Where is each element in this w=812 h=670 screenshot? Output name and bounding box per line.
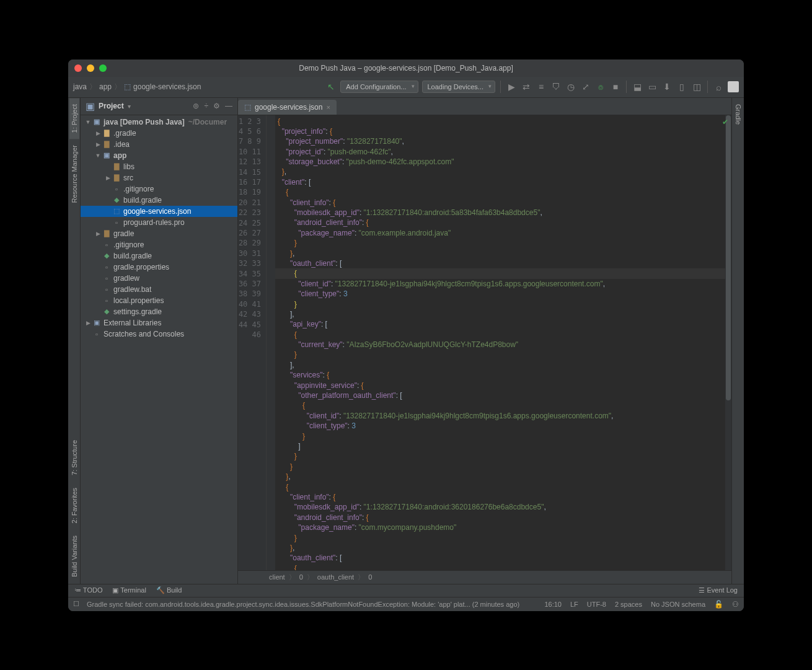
tab-terminal[interactable]: ▣ Terminal <box>112 586 146 594</box>
tab-gradle[interactable]: Gradle <box>733 98 743 131</box>
run-icon[interactable]: ▶ <box>506 81 517 92</box>
tree-node[interactable]: ▫gradlew <box>81 273 237 284</box>
tab-build[interactable]: 🔨 Build <box>156 586 182 594</box>
debug-icon[interactable]: ⌾ <box>595 81 606 92</box>
profile-icon[interactable]: ◷ <box>565 81 576 92</box>
window-controls <box>74 64 107 72</box>
run-config-combo[interactable]: Add Configuration... <box>340 81 418 93</box>
breadcrumb-item[interactable]: app <box>99 82 112 91</box>
window-title: Demo Push Java – google-services.json [D… <box>68 64 744 73</box>
crumb[interactable]: 0 <box>368 573 372 581</box>
close-tab-icon[interactable]: × <box>326 104 330 111</box>
titlebar[interactable]: Demo Push Java – google-services.json [D… <box>68 60 744 77</box>
crumb[interactable]: 0 <box>299 573 303 581</box>
tree-node[interactable]: ▼▣app <box>81 150 237 161</box>
gear-icon[interactable]: ⚙ <box>213 102 220 110</box>
project-tree[interactable]: ▼▣java [Demo Push Java]~/Documer▶▇.gradl… <box>81 115 237 584</box>
layout-icon[interactable]: ◫ <box>691 81 702 92</box>
target-icon[interactable]: ⊚ <box>193 102 199 110</box>
tree-node[interactable]: ◆build.gradle <box>81 195 237 206</box>
tab-event-log[interactable]: ☰ Event Log <box>699 586 738 594</box>
tab-resource-manager[interactable]: Resource Manager <box>69 139 79 209</box>
lock-icon[interactable]: 🔓 <box>714 600 723 609</box>
main-toolbar: java 〉 app 〉 ⬚ google-services.json ↖ Ad… <box>68 77 744 98</box>
avatar[interactable] <box>728 81 739 92</box>
apply-icon[interactable]: ⇄ <box>521 81 532 92</box>
hide-icon[interactable]: — <box>225 102 232 110</box>
tree-node[interactable]: ▫.gitignore <box>81 239 237 250</box>
tab-build-variants[interactable]: Build Variants <box>69 529 79 583</box>
debug-run-icon[interactable]: ≡ <box>536 81 547 92</box>
tree-node[interactable]: ▫.gitignore <box>81 183 237 195</box>
right-tool-strip: Gradle <box>731 98 744 584</box>
close-icon[interactable] <box>74 64 82 72</box>
tree-node[interactable]: ▶▇gradle <box>81 228 237 239</box>
tree-node[interactable]: ◆build.gradle <box>81 250 237 262</box>
tree-node[interactable]: ▫gradle.properties <box>81 262 237 273</box>
status-bar: ☐ Gradle sync failed: com.android.tools.… <box>68 597 744 611</box>
json-icon: ⬚ <box>244 103 251 112</box>
indent-setting[interactable]: 2 spaces <box>615 601 642 608</box>
tree-node[interactable]: ▶▣External Libraries <box>81 317 237 328</box>
project-view-label[interactable]: Project <box>99 102 124 110</box>
bottom-tool-strip: ≔ TODO ▣ Terminal 🔨 Build ☰ Event Log <box>68 584 744 597</box>
search-icon[interactable]: ⌕ <box>713 81 724 92</box>
crumb[interactable]: oauth_client <box>317 573 354 581</box>
tab-favorites[interactable]: 2: Favorites <box>69 482 79 529</box>
man-icon[interactable]: ⚇ <box>732 600 739 609</box>
stop-icon[interactable]: ■ <box>610 81 621 92</box>
chevron-down-icon[interactable]: ▾ <box>128 103 131 110</box>
sync-icon[interactable]: ⬓ <box>632 81 643 92</box>
tree-node[interactable]: ▫local.properties <box>81 295 237 306</box>
breadcrumb-item[interactable]: java <box>73 82 87 91</box>
tab-project[interactable]: 1: Project <box>69 98 79 139</box>
fold-gutter[interactable] <box>267 115 275 570</box>
tree-node[interactable]: ▫Scratches and Consoles <box>81 328 237 340</box>
crumb[interactable]: client <box>269 573 285 581</box>
editor-tab[interactable]: ⬚ google-services.json × <box>238 100 337 115</box>
tab-structure[interactable]: 7: Structure <box>69 434 79 482</box>
scrollbar-track[interactable] <box>725 115 731 570</box>
editor-tabbar: ⬚ google-services.json × <box>238 98 731 115</box>
tree-node[interactable]: ▶▇.idea <box>81 139 237 150</box>
hammer-icon[interactable]: ↖ <box>325 81 337 92</box>
inspection-ok-icon[interactable]: ✔ <box>722 118 728 126</box>
left-tool-strip: 1: Project Resource Manager 7: Structure… <box>68 98 81 584</box>
tree-node[interactable]: ▫gradlew.bat <box>81 284 237 295</box>
minimap[interactable]: ✔ <box>725 115 731 570</box>
cursor-position[interactable]: 16:10 <box>544 601 562 608</box>
tree-node[interactable]: ◆settings.gradle <box>81 306 237 317</box>
zoom-icon[interactable] <box>99 64 107 72</box>
notification-icon[interactable]: ☐ <box>73 600 79 608</box>
folder-icon: ▣ <box>86 100 95 112</box>
sdk-icon[interactable]: ⬇ <box>661 81 673 92</box>
tab-todo[interactable]: ≔ TODO <box>74 586 102 594</box>
device-combo[interactable]: Loading Devices... <box>422 81 496 93</box>
coverage-icon[interactable]: ⛉ <box>550 81 562 92</box>
scrollbar-thumb[interactable] <box>726 115 731 400</box>
json-schema[interactable]: No JSON schema <box>651 601 705 608</box>
tree-node[interactable]: ▶▇.gradle <box>81 128 237 139</box>
attach-icon[interactable]: ⤢ <box>580 81 591 92</box>
breadcrumb-item[interactable]: google-services.json <box>133 82 201 91</box>
editor-area: ⬚ google-services.json × 1 2 3 4 5 6 7 8… <box>238 98 731 584</box>
tree-node[interactable]: ▶▇src <box>81 172 237 183</box>
structure-breadcrumb: client〉 0〉 oauth_client〉 0 <box>238 570 731 584</box>
minimize-icon[interactable] <box>87 64 94 72</box>
tree-node[interactable]: ⬚google-services.json <box>81 206 237 217</box>
tree-node[interactable]: ▼▣java [Demo Push Java]~/Documer <box>81 117 237 128</box>
tree-node[interactable]: ▇libs <box>81 161 237 172</box>
chevron-right-icon: 〉 <box>89 82 97 92</box>
code-content[interactable]: { "project_info": { "project_number": "1… <box>275 115 725 570</box>
collapse-icon[interactable]: ÷ <box>204 102 208 110</box>
line-ending[interactable]: LF <box>570 601 578 608</box>
tree-node[interactable]: ▫proguard-rules.pro <box>81 217 237 228</box>
ide-window: Demo Push Java – google-services.json [D… <box>68 60 744 611</box>
editor[interactable]: 1 2 3 4 5 6 7 8 9 10 11 12 13 14 15 16 1… <box>238 115 731 570</box>
file-encoding[interactable]: UTF-8 <box>587 601 606 608</box>
editor-tab-label: google-services.json <box>255 103 322 112</box>
line-gutter[interactable]: 1 2 3 4 5 6 7 8 9 10 11 12 13 14 15 16 1… <box>238 115 267 570</box>
avd-icon[interactable]: ▭ <box>647 81 658 92</box>
status-message[interactable]: Gradle sync failed: com.android.tools.id… <box>87 601 519 608</box>
device-file-icon[interactable]: ▯ <box>676 81 687 92</box>
